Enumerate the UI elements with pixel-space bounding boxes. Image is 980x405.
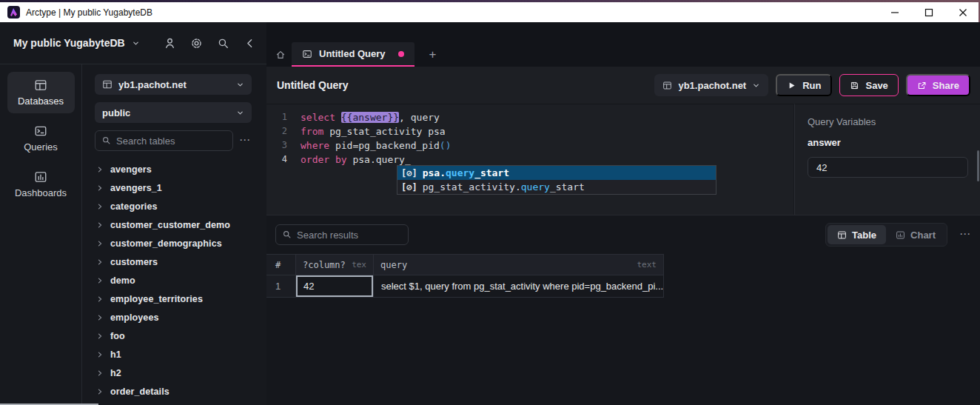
query-title: Untitled Query: [277, 79, 348, 91]
column-header[interactable]: query text: [374, 254, 664, 275]
column-name: ?column?: [303, 260, 346, 270]
table-list-item[interactable]: foo: [95, 327, 258, 345]
share-label: Share: [933, 80, 959, 91]
table-name: customer_demographics: [110, 238, 222, 249]
chevron-down-icon: [236, 109, 244, 117]
app-window: Arctype | My public YugabyteDB My public…: [0, 0, 980, 405]
search-icon: [101, 135, 111, 145]
play-icon: [787, 81, 796, 90]
workspace-selector[interactable]: My public YugabyteDB: [13, 37, 140, 49]
minimize-button[interactable]: [878, 2, 912, 22]
user-icon[interactable]: [164, 37, 176, 50]
chevron-right-icon: [96, 295, 104, 303]
table-list-item[interactable]: employees: [95, 308, 258, 327]
autocomplete-item[interactable]: [⊘] pg_stat_activity.query_start: [397, 180, 716, 194]
autocomplete-item[interactable]: [⊘] psa.query_start: [397, 166, 716, 180]
table-list-item[interactable]: h2: [95, 364, 258, 382]
line-number: 3: [266, 138, 301, 153]
table-list-item[interactable]: h1: [95, 345, 258, 364]
autocomplete-text: psa.query_start: [423, 167, 509, 178]
table-list-item[interactable]: order_details: [95, 382, 258, 401]
table-panel: yb1.pachot.net public ⋯ avengers avenger…: [83, 64, 266, 405]
table-list: avengers avengers_1 categories customer_…: [95, 160, 258, 405]
code-line[interactable]: 1 select {{answer}}, query: [266, 110, 793, 124]
nav-item-queries[interactable]: Queries: [7, 118, 75, 159]
table-name: customers: [110, 257, 158, 267]
chevron-right-icon: [96, 388, 104, 395]
query-tab-icon: [302, 49, 312, 59]
table-list-item[interactable]: customer_demographics: [95, 234, 258, 252]
column-header[interactable]: ?column? tex: [296, 254, 374, 275]
table-list-item[interactable]: demo: [95, 271, 258, 289]
autocomplete-text: pg_stat_activity.query_start: [423, 181, 585, 193]
save-icon: [850, 81, 859, 90]
share-button[interactable]: Share: [906, 74, 970, 96]
table-list-item[interactable]: customer_customer_demo: [95, 215, 258, 234]
close-button[interactable]: [946, 2, 980, 22]
table-name: order_details: [110, 386, 170, 397]
code-line[interactable]: 2 from pg_stat_activity psa: [266, 124, 793, 138]
chevron-down-icon: [236, 81, 244, 89]
save-button[interactable]: Save: [839, 74, 898, 96]
chevron-right-icon: [96, 314, 104, 321]
query-header: Untitled Query yb1.pachot.net Run Save S…: [266, 67, 980, 104]
table-list-item[interactable]: avengers_1: [95, 178, 258, 197]
scrollbar-thumb[interactable]: [977, 150, 979, 181]
search-icon[interactable]: [217, 37, 229, 50]
field-icon: [⊘]: [401, 168, 417, 178]
chevron-right-icon: [96, 351, 104, 358]
search-results-input[interactable]: [275, 224, 409, 245]
table-name: foo: [110, 331, 125, 341]
nav-item-databases[interactable]: Databases: [7, 72, 75, 113]
code-line[interactable]: 3 where pid=pg_backend_pid(): [266, 138, 793, 153]
schema-select[interactable]: public: [95, 102, 252, 123]
search-icon: [282, 230, 292, 239]
schema-name: public: [102, 107, 230, 118]
table-list-item[interactable]: customers: [95, 252, 258, 271]
line-number: 2: [266, 124, 301, 138]
collapse-sidebar-icon[interactable]: [244, 37, 256, 50]
results-more-button[interactable]: ⋯: [959, 228, 971, 242]
chevron-right-icon: [96, 221, 104, 229]
code-text: select {{answer}}, query: [301, 110, 440, 124]
tab-bar: Untitled Query +: [266, 22, 980, 67]
column-name: query: [380, 260, 407, 270]
search-tables-input[interactable]: [95, 130, 233, 151]
table-cell[interactable]: 42: [296, 275, 374, 298]
gear-icon[interactable]: [190, 37, 203, 50]
nav-item-dashboards[interactable]: Dashboards: [7, 164, 75, 205]
chevron-down-icon: [132, 39, 140, 47]
variables-panel-title: Query Variables: [808, 116, 980, 127]
view-table-label: Table: [852, 230, 876, 241]
chevron-right-icon: [96, 332, 104, 340]
tab-untitled-query[interactable]: Untitled Query: [292, 42, 415, 67]
table-list-item[interactable]: employee_territories: [95, 289, 258, 308]
table-list-item[interactable]: avengers: [95, 160, 258, 178]
databases-icon: [34, 78, 47, 92]
chevron-right-icon: [96, 369, 104, 377]
variable-value-input[interactable]: [808, 157, 968, 178]
chevron-right-icon: [96, 166, 104, 173]
sql-editor[interactable]: 1 select {{answer}}, query 2 from pg_sta…: [266, 104, 793, 215]
database-table-icon: [662, 81, 672, 90]
new-tab-button[interactable]: +: [420, 42, 446, 67]
chevron-right-icon: [96, 240, 104, 247]
view-chart-label: Chart: [910, 230, 936, 241]
table-list-item[interactable]: categories: [95, 197, 258, 215]
view-chart-button[interactable]: Chart: [886, 225, 945, 244]
window-title: Arctype | My public YugabyteDB: [26, 7, 152, 18]
query-connection-name: yb1.pachot.net: [678, 80, 746, 91]
table-panel-more-button[interactable]: ⋯: [239, 134, 251, 148]
query-connection-select[interactable]: yb1.pachot.net: [654, 74, 768, 96]
row-number-cell[interactable]: 1: [266, 275, 296, 298]
run-button[interactable]: Run: [776, 74, 832, 96]
code-text: where pid=pg_backend_pid(): [301, 138, 452, 153]
table-list-item[interactable]: orders: [95, 401, 258, 405]
connection-select[interactable]: yb1.pachot.net: [95, 74, 252, 95]
tab-home[interactable]: [269, 42, 292, 67]
view-table-button[interactable]: Table: [828, 225, 886, 244]
maximize-button[interactable]: [912, 2, 946, 22]
nav-label: Databases: [18, 96, 64, 107]
title-bar: Arctype | My public YugabyteDB: [0, 2, 980, 22]
table-cell[interactable]: select $1, query from pg_stat_activity w…: [374, 275, 664, 298]
